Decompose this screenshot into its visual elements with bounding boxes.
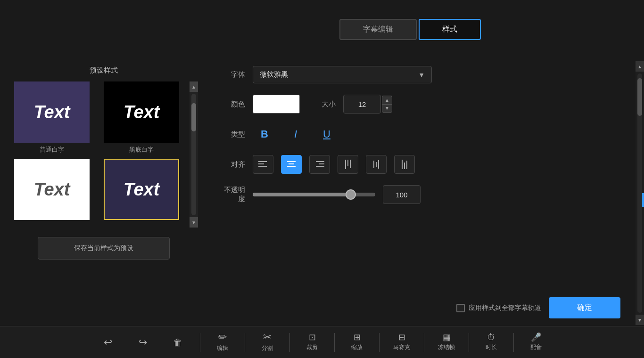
preset-item-3[interactable]: Text <box>9 159 94 223</box>
toolbar-mask-label: 马赛克 <box>393 343 410 351</box>
align-left-button[interactable] <box>253 155 273 174</box>
svg-rect-6 <box>316 161 324 162</box>
type-row: 类型 B I U <box>222 125 620 144</box>
right-scroll-down[interactable]: ▼ <box>636 315 644 325</box>
toolbar-delete[interactable]: 🗑 <box>165 338 190 347</box>
svg-rect-11 <box>350 160 351 168</box>
presets-grid: Text 普通白字 Text 黑底白字 Text Text <box>9 81 198 223</box>
edit-icon: ✏ <box>218 332 227 342</box>
confirm-button[interactable]: 确定 <box>549 297 620 318</box>
preset-item-2[interactable]: Text 黑底白字 <box>99 81 184 154</box>
scroll-thumb[interactable] <box>191 103 196 131</box>
right-scroll-up[interactable]: ▲ <box>636 61 644 72</box>
align-bottom-button[interactable] <box>394 155 415 174</box>
redo-icon: ↪ <box>139 337 147 348</box>
svg-rect-0 <box>258 161 267 162</box>
align-middle-button[interactable] <box>366 155 387 174</box>
preset-thumb-2: Text <box>104 81 179 143</box>
toolbar-divider-2 <box>245 333 245 352</box>
toolbar-zoom-label: 缩放 <box>351 343 363 351</box>
toolbar-divider-6 <box>424 333 424 352</box>
toolbar-divider-1 <box>200 333 200 352</box>
svg-rect-14 <box>378 160 379 169</box>
toolbar: ↩ ↪ 🗑 ✏ 编辑 ✂ 分割 ⊡ 裁剪 ⊞ 缩放 ⊟ 马赛克 ▦ 冻结帧 ⏱ … <box>0 326 644 358</box>
opacity-handle[interactable] <box>346 189 356 200</box>
right-scroll-track <box>637 73 642 313</box>
align-center-button[interactable] <box>281 155 302 174</box>
font-dropdown[interactable]: 微软雅黑 ▼ <box>253 66 432 83</box>
size-increment[interactable]: ▲ <box>382 96 392 104</box>
undo-icon: ↩ <box>104 337 112 348</box>
toolbar-redo[interactable]: ↪ <box>130 337 156 348</box>
scroll-down-arrow[interactable]: ▼ <box>190 217 198 228</box>
right-scroll-blue-indicator <box>642 193 644 207</box>
zoom-icon: ⊞ <box>354 333 361 342</box>
preset-label-2: 黑底白字 <box>129 146 154 154</box>
color-swatch[interactable] <box>253 95 300 114</box>
toolbar-crop-label: 裁剪 <box>306 343 318 351</box>
toolbar-divider-4 <box>334 333 335 352</box>
size-decrement[interactable]: ▼ <box>382 104 392 113</box>
size-label: 大小 <box>322 100 336 109</box>
font-label: 字体 <box>222 70 245 79</box>
toolbar-zoom[interactable]: ⊞ 缩放 <box>344 333 370 351</box>
opacity-input[interactable] <box>383 185 421 204</box>
toolbar-split[interactable]: ✂ 分割 <box>255 332 280 352</box>
size-input[interactable] <box>343 95 381 114</box>
svg-rect-8 <box>316 166 324 167</box>
type-label: 类型 <box>222 130 245 139</box>
svg-rect-17 <box>406 161 407 169</box>
toolbar-edit[interactable]: ✏ 编辑 <box>210 332 235 352</box>
toolbar-duration-label: 时长 <box>486 343 497 351</box>
scroll-up-arrow[interactable]: ▲ <box>190 81 198 92</box>
align-top-button[interactable] <box>338 155 358 174</box>
preset-item-4[interactable]: Text <box>99 159 184 223</box>
split-icon: ✂ <box>263 332 272 342</box>
align-right-button[interactable] <box>309 155 330 174</box>
tab-style[interactable]: 样式 <box>419 19 481 40</box>
preset-label-1: 普通白字 <box>40 146 64 154</box>
toolbar-freeze-label: 冻结帧 <box>438 343 455 351</box>
toolbar-divider-3 <box>289 333 290 352</box>
right-scroll-thumb[interactable] <box>637 78 642 116</box>
toolbar-divider-5 <box>379 333 380 352</box>
underline-button[interactable]: U <box>315 125 339 144</box>
crop-icon: ⊡ <box>309 333 316 342</box>
toolbar-divider-7 <box>469 333 469 352</box>
apply-label: 应用样式到全部字幕轨道 <box>469 304 541 312</box>
preset-styles-title: 预设样式 <box>90 66 118 75</box>
svg-rect-16 <box>404 163 405 169</box>
toolbar-edit-label: 编辑 <box>217 344 228 352</box>
save-preset-button[interactable]: 保存当前样式为预设 <box>38 237 170 260</box>
toolbar-divider-8 <box>513 333 514 352</box>
align-label: 对齐 <box>222 160 245 169</box>
apply-checkbox-wrap: 应用样式到全部字幕轨道 <box>456 304 541 312</box>
align-row: 对齐 <box>222 155 620 174</box>
toolbar-mask[interactable]: ⊟ 马赛克 <box>389 333 414 351</box>
svg-rect-2 <box>258 166 267 167</box>
svg-rect-1 <box>258 163 264 164</box>
svg-rect-3 <box>287 161 296 162</box>
toolbar-duration[interactable]: ⏱ 时长 <box>479 333 504 351</box>
toolbar-freeze[interactable]: ▦ 冻结帧 <box>434 333 459 351</box>
size-input-wrap: ▲ ▼ <box>343 95 392 114</box>
color-size-row: 颜色 大小 ▲ ▼ <box>222 95 620 114</box>
svg-rect-10 <box>347 160 348 166</box>
svg-rect-13 <box>376 162 377 167</box>
apply-checkbox[interactable] <box>456 304 465 312</box>
toolbar-audio[interactable]: 🎤 配音 <box>523 333 549 351</box>
right-scrollbar: ▲ ▼ <box>636 61 644 325</box>
preset-item-1[interactable]: Text 普通白字 <box>9 81 94 154</box>
preset-thumb-3: Text <box>14 159 90 220</box>
presets-container: Text 普通白字 Text 黑底白字 Text Text <box>9 81 198 228</box>
dropdown-arrow-icon: ▼ <box>418 71 425 79</box>
svg-rect-5 <box>287 166 296 167</box>
audio-icon: 🎤 <box>531 333 541 342</box>
bold-button[interactable]: B <box>253 125 276 144</box>
toolbar-crop[interactable]: ⊡ 裁剪 <box>299 333 325 351</box>
mask-icon: ⊟ <box>398 333 405 342</box>
italic-button[interactable]: I <box>284 125 307 144</box>
opacity-slider[interactable] <box>253 193 375 196</box>
toolbar-undo[interactable]: ↩ <box>95 337 121 348</box>
tab-subtitle-edit[interactable]: 字幕编辑 <box>339 19 417 40</box>
